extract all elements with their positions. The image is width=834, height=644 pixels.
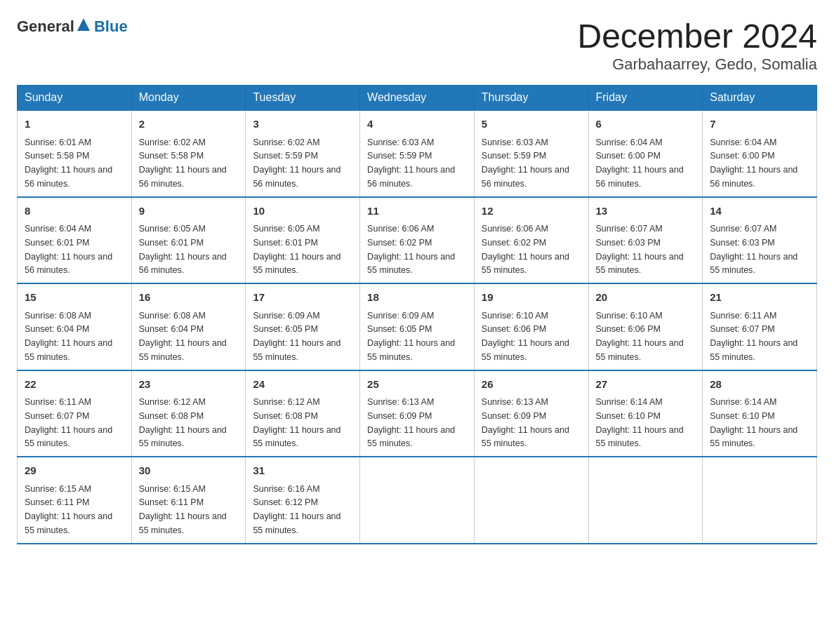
day-info: Sunrise: 6:03 AMSunset: 5:59 PMDaylight:…	[482, 137, 569, 189]
calendar-week-row: 1 Sunrise: 6:01 AMSunset: 5:58 PMDayligh…	[18, 110, 817, 197]
calendar-cell: 31 Sunrise: 6:16 AMSunset: 6:12 PMDaylig…	[246, 457, 360, 544]
calendar-cell: 12 Sunrise: 6:06 AMSunset: 6:02 PMDaylig…	[474, 197, 588, 284]
calendar-cell: 9 Sunrise: 6:05 AMSunset: 6:01 PMDayligh…	[131, 197, 246, 284]
day-info: Sunrise: 6:11 AMSunset: 6:07 PMDaylight:…	[710, 311, 797, 362]
day-info: Sunrise: 6:06 AMSunset: 6:02 PMDaylight:…	[482, 224, 569, 275]
day-info: Sunrise: 6:10 AMSunset: 6:06 PMDaylight:…	[596, 311, 684, 362]
day-info: Sunrise: 6:01 AMSunset: 5:58 PMDaylight:…	[25, 137, 112, 189]
column-header-tuesday: Tuesday	[246, 86, 360, 111]
calendar-cell	[474, 457, 588, 544]
calendar-cell: 24 Sunrise: 6:12 AMSunset: 6:08 PMDaylig…	[246, 370, 360, 457]
logo-area: General Blue	[17, 17, 128, 36]
calendar-cell: 4 Sunrise: 6:03 AMSunset: 5:59 PMDayligh…	[360, 110, 475, 197]
calendar-table: SundayMondayTuesdayWednesdayThursdayFrid…	[17, 85, 817, 544]
calendar-week-row: 22 Sunrise: 6:11 AMSunset: 6:07 PMDaylig…	[18, 370, 817, 457]
day-number: 17	[253, 290, 352, 306]
month-title: December 2024	[577, 17, 817, 55]
calendar-cell: 18 Sunrise: 6:09 AMSunset: 6:05 PMDaylig…	[360, 283, 475, 370]
calendar-cell: 5 Sunrise: 6:03 AMSunset: 5:59 PMDayligh…	[474, 110, 588, 197]
day-number: 14	[710, 203, 809, 220]
day-info: Sunrise: 6:12 AMSunset: 6:08 PMDaylight:…	[139, 397, 227, 448]
logo-blue-text: Blue	[94, 18, 128, 36]
calendar-week-row: 29 Sunrise: 6:15 AMSunset: 6:11 PMDaylig…	[18, 457, 817, 544]
page-header: General Blue December 2024 Garbahaarrey,…	[17, 17, 817, 74]
svg-marker-0	[77, 18, 90, 31]
column-header-thursday: Thursday	[474, 86, 588, 111]
day-number: 3	[253, 116, 352, 133]
day-number: 2	[139, 116, 239, 133]
calendar-cell	[588, 457, 703, 544]
day-info: Sunrise: 6:05 AMSunset: 6:01 PMDaylight:…	[139, 224, 227, 275]
day-number: 13	[596, 203, 696, 220]
day-info: Sunrise: 6:02 AMSunset: 5:58 PMDaylight:…	[139, 137, 227, 189]
column-header-friday: Friday	[588, 86, 703, 111]
column-header-monday: Monday	[131, 86, 246, 111]
day-number: 25	[367, 377, 467, 393]
calendar-cell: 8 Sunrise: 6:04 AMSunset: 6:01 PMDayligh…	[18, 197, 132, 284]
calendar-cell: 1 Sunrise: 6:01 AMSunset: 5:58 PMDayligh…	[18, 110, 132, 197]
day-number: 21	[710, 290, 809, 306]
day-number: 9	[139, 203, 239, 220]
day-info: Sunrise: 6:13 AMSunset: 6:09 PMDaylight:…	[482, 397, 569, 448]
column-header-saturday: Saturday	[703, 86, 817, 111]
day-number: 23	[139, 377, 239, 393]
day-info: Sunrise: 6:12 AMSunset: 6:08 PMDaylight:…	[253, 397, 340, 448]
day-info: Sunrise: 6:03 AMSunset: 5:59 PMDaylight:…	[367, 137, 455, 189]
day-info: Sunrise: 6:06 AMSunset: 6:02 PMDaylight:…	[367, 224, 455, 275]
day-info: Sunrise: 6:08 AMSunset: 6:04 PMDaylight:…	[139, 311, 227, 362]
day-number: 29	[25, 463, 124, 479]
calendar-cell: 28 Sunrise: 6:14 AMSunset: 6:10 PMDaylig…	[703, 370, 817, 457]
day-number: 24	[253, 377, 352, 393]
calendar-cell: 3 Sunrise: 6:02 AMSunset: 5:59 PMDayligh…	[246, 110, 360, 197]
calendar-cell: 14 Sunrise: 6:07 AMSunset: 6:03 PMDaylig…	[703, 197, 817, 284]
location-title: Garbahaarrey, Gedo, Somalia	[577, 55, 817, 74]
day-number: 27	[596, 377, 696, 393]
day-number: 22	[25, 377, 124, 393]
calendar-cell: 29 Sunrise: 6:15 AMSunset: 6:11 PMDaylig…	[18, 457, 132, 544]
day-info: Sunrise: 6:05 AMSunset: 6:01 PMDaylight:…	[253, 224, 340, 275]
day-number: 20	[596, 290, 696, 306]
calendar-cell: 15 Sunrise: 6:08 AMSunset: 6:04 PMDaylig…	[18, 283, 132, 370]
calendar-week-row: 15 Sunrise: 6:08 AMSunset: 6:04 PMDaylig…	[18, 283, 817, 370]
calendar-cell: 10 Sunrise: 6:05 AMSunset: 6:01 PMDaylig…	[246, 197, 360, 284]
day-info: Sunrise: 6:14 AMSunset: 6:10 PMDaylight:…	[596, 397, 684, 448]
day-info: Sunrise: 6:14 AMSunset: 6:10 PMDaylight:…	[710, 397, 797, 448]
logo-general-text: General	[17, 18, 74, 36]
calendar-cell: 22 Sunrise: 6:11 AMSunset: 6:07 PMDaylig…	[18, 370, 132, 457]
day-number: 4	[367, 116, 467, 133]
day-number: 8	[25, 203, 124, 220]
calendar-cell: 7 Sunrise: 6:04 AMSunset: 6:00 PMDayligh…	[703, 110, 817, 197]
day-info: Sunrise: 6:09 AMSunset: 6:05 PMDaylight:…	[253, 311, 340, 362]
calendar-cell: 21 Sunrise: 6:11 AMSunset: 6:07 PMDaylig…	[703, 283, 817, 370]
day-number: 11	[367, 203, 467, 220]
column-header-sunday: Sunday	[18, 86, 132, 111]
day-number: 18	[367, 290, 467, 306]
day-info: Sunrise: 6:02 AMSunset: 5:59 PMDaylight:…	[253, 137, 340, 189]
day-info: Sunrise: 6:16 AMSunset: 6:12 PMDaylight:…	[253, 484, 340, 535]
column-header-wednesday: Wednesday	[360, 86, 475, 111]
logo: General Blue	[17, 17, 128, 36]
day-info: Sunrise: 6:04 AMSunset: 6:00 PMDaylight:…	[710, 137, 797, 189]
day-info: Sunrise: 6:11 AMSunset: 6:07 PMDaylight:…	[25, 397, 112, 448]
calendar-cell: 23 Sunrise: 6:12 AMSunset: 6:08 PMDaylig…	[131, 370, 246, 457]
calendar-cell: 11 Sunrise: 6:06 AMSunset: 6:02 PMDaylig…	[360, 197, 475, 284]
calendar-week-row: 8 Sunrise: 6:04 AMSunset: 6:01 PMDayligh…	[18, 197, 817, 284]
day-number: 6	[596, 116, 696, 133]
day-info: Sunrise: 6:04 AMSunset: 6:01 PMDaylight:…	[25, 224, 112, 275]
day-info: Sunrise: 6:13 AMSunset: 6:09 PMDaylight:…	[367, 397, 455, 448]
day-number: 28	[710, 377, 809, 393]
day-number: 16	[139, 290, 239, 306]
calendar-cell	[360, 457, 475, 544]
calendar-cell: 20 Sunrise: 6:10 AMSunset: 6:06 PMDaylig…	[588, 283, 703, 370]
title-area: December 2024 Garbahaarrey, Gedo, Somali…	[577, 17, 817, 74]
day-number: 26	[482, 377, 581, 393]
day-number: 19	[482, 290, 581, 306]
calendar-header-row: SundayMondayTuesdayWednesdayThursdayFrid…	[18, 86, 817, 111]
logo-triangle-icon	[76, 17, 91, 32]
calendar-cell: 30 Sunrise: 6:15 AMSunset: 6:11 PMDaylig…	[131, 457, 246, 544]
calendar-cell: 16 Sunrise: 6:08 AMSunset: 6:04 PMDaylig…	[131, 283, 246, 370]
calendar-cell	[703, 457, 817, 544]
day-number: 30	[139, 463, 239, 479]
calendar-cell: 27 Sunrise: 6:14 AMSunset: 6:10 PMDaylig…	[588, 370, 703, 457]
day-info: Sunrise: 6:09 AMSunset: 6:05 PMDaylight:…	[367, 311, 455, 362]
